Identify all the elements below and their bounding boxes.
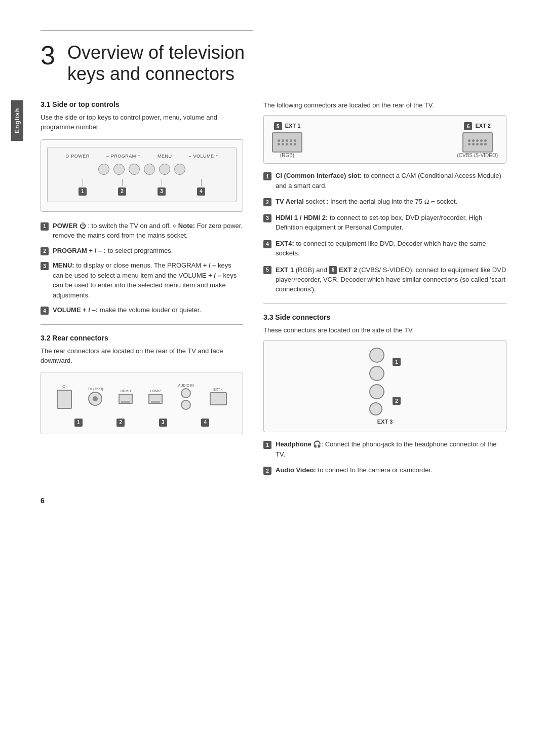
chapter-heading: 3 Overview of televisionkeys and connect…: [41, 40, 506, 85]
audio-in-label: AUDIO IN: [178, 384, 194, 387]
tv-top-bar: ⊙ POWER – PROGRAM + MENU – VOLUME +: [53, 152, 231, 161]
right-item-5: 5 EXT 1 (RGB) and 6 EXT 2 (CVBS/ S-VIDEO…: [263, 264, 506, 294]
side-num-badge-1: 1: [393, 358, 401, 366]
pin: [480, 143, 483, 145]
right-badge-1: 1: [263, 172, 271, 180]
tv-line-1: [83, 179, 83, 186]
rear-diagram: CI TV (75 Ω) HDMI1: [41, 372, 243, 434]
control-text-1: POWER ⏻ : to switch the TV on and off. ⊙…: [53, 221, 243, 241]
ext1-num-badge: 5: [274, 122, 282, 130]
right-item-1: 1 CI (Common Interface) slot: to connect…: [263, 171, 506, 191]
ext4-port: [210, 392, 227, 405]
control-item-4: 4 VOLUME + / –: make the volume louder o…: [41, 305, 243, 315]
label-volume: – VOLUME +: [189, 154, 218, 159]
pin: [472, 143, 475, 145]
side-item-2: 2 Audio Video: to connect to the camera …: [263, 465, 506, 475]
label-menu: MENU: [158, 154, 172, 159]
side-num-badges: 1 2: [393, 356, 401, 405]
right-item-3: 3 HDMI 1 / HDMI 2: to connect to set-top…: [263, 213, 506, 233]
tv-aerial-inner: [93, 396, 98, 401]
pin: [484, 139, 487, 142]
ext1-sub: (RGB): [280, 153, 294, 158]
side-circle-2: [369, 366, 384, 381]
ext2-num-badge: 6: [464, 122, 472, 130]
rear-num-3: 3: [159, 419, 167, 427]
right-text-1: CI (Common Interface) slot: to connect a…: [276, 171, 506, 191]
chapter-number: 3: [41, 40, 55, 68]
hdmi1-bottom: [121, 401, 130, 403]
audio-jack-2: [181, 400, 191, 410]
page: 3 Overview of televisionkeys and connect…: [0, 0, 547, 535]
right-badge-5: 5: [263, 266, 271, 274]
pin: [286, 143, 288, 145]
hdmi1-port: [119, 394, 133, 404]
section-32-heading: 3.2 Rear connectors: [41, 334, 243, 342]
label-program: – PROGRAM +: [106, 154, 140, 159]
side-connectors-group: 1 2 EXT 3: [369, 348, 401, 425]
english-tab: English: [11, 100, 23, 141]
tv-num-3-group: 3: [158, 179, 166, 196]
side-badge-2: 2: [263, 467, 271, 475]
ci-slot: [57, 390, 72, 409]
ext1-label: EXT 1: [285, 123, 301, 129]
side-text-2: Audio Video: to connect to the camera or…: [276, 465, 433, 475]
tv-btn-5: [159, 164, 170, 175]
tv-num-4-group: 4: [197, 179, 205, 196]
pin: [476, 143, 479, 145]
ext4-connector: EXT.4: [210, 388, 227, 405]
ci-connector: CI: [57, 384, 72, 409]
section-32-intro: The rear connectors are located on the r…: [41, 346, 243, 366]
pin: [286, 139, 288, 142]
pin: [282, 143, 284, 145]
hdmi2-port: [148, 394, 163, 404]
tv-top-diagram: ⊙ POWER – PROGRAM + MENU – VOLUME +: [41, 139, 243, 212]
right-text-3: HDMI 1 / HDMI 2: to connect to set-top b…: [276, 213, 506, 233]
ext2-port: [462, 132, 493, 153]
right-intro: The following connectors are located on …: [263, 100, 506, 110]
side-diagram: 1 2 EXT 3: [263, 340, 506, 432]
right-text-5: EXT 1 (RGB) and 6 EXT 2 (CVBS/ S-VIDEO):…: [276, 264, 506, 294]
side-item-1: 1 Headphone 🎧: Connect the phono-jack to…: [263, 439, 506, 459]
tv-btn-2: [113, 164, 125, 175]
tv-num-1-group: 1: [79, 179, 87, 196]
tv-num-badge-1: 1: [79, 187, 87, 196]
control-text-2: PROGRAM + / – : to select programmes.: [53, 246, 173, 256]
tv-num-labels: 1 2 3 4: [53, 179, 231, 196]
tv-aerial-label: TV (75 Ω): [88, 387, 103, 391]
tv-diagram-inner: ⊙ POWER – PROGRAM + MENU – VOLUME +: [47, 147, 237, 202]
inline-badge-6: 6: [329, 266, 337, 274]
rear-num-2: 2: [116, 419, 125, 427]
pin: [480, 139, 483, 142]
right-text-2: TV Aerial socket : Insert the aerial plu…: [276, 197, 457, 207]
ext2-num-label: 6 EXT 2: [464, 121, 491, 130]
side-top-row: 1 2: [369, 348, 401, 415]
ext2-pins: [468, 139, 487, 145]
ext2-label: EXT 2: [475, 123, 491, 129]
ext-diagram: 5 EXT 1: [263, 115, 506, 164]
tv-buttons-row: [53, 164, 231, 175]
right-badge-4: 4: [263, 240, 271, 248]
right-item-4: 4 EXT4: to connect to equipment like DVD…: [263, 239, 506, 258]
side-num-badge-2: 2: [393, 397, 401, 405]
control-text-4: VOLUME + / –: make the volume louder or …: [53, 305, 201, 315]
ext1-num-label: 5 EXT 1: [274, 121, 301, 130]
tv-btn-4: [144, 164, 155, 175]
right-text-4: EXT4: to connect to equipment like DVD, …: [276, 239, 506, 258]
pin: [290, 139, 292, 142]
side-badge-1: 1: [263, 441, 271, 449]
tv-btn-3: [129, 164, 140, 175]
tv-num-badge-3: 3: [158, 187, 166, 196]
side-circles-col: [369, 348, 384, 415]
chapter-title: Overview of televisionkeys and connector…: [67, 40, 245, 85]
audio-in-connector: AUDIO IN: [178, 384, 194, 410]
hdmi2-label: HDMI2: [150, 389, 161, 393]
tv-btn-6: [174, 164, 185, 175]
pin: [294, 139, 296, 142]
hdmi2-bottom: [151, 401, 160, 403]
pin: [468, 139, 471, 142]
pin: [278, 143, 280, 145]
ext1-port: [272, 132, 302, 153]
rear-connectors-row: CI TV (75 Ω) HDMI1: [47, 380, 237, 414]
tv-num-2-group: 2: [118, 179, 126, 196]
right-badge-2: 2: [263, 198, 271, 206]
